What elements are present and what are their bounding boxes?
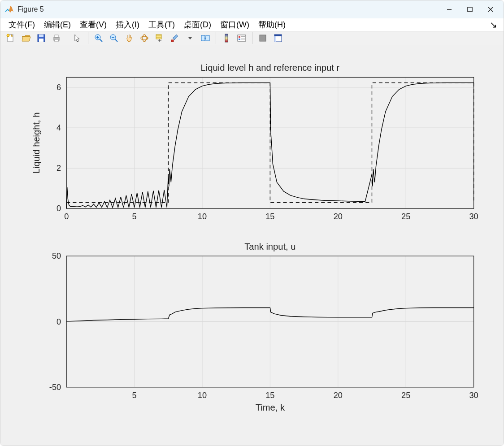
svg-text:5: 5 <box>132 212 137 221</box>
svg-text:50: 50 <box>52 251 61 260</box>
svg-rect-34 <box>239 36 240 38</box>
axes-container: 0510152025300246Liquid level h and refer… <box>8 52 496 442</box>
window-title: Figure 5 <box>17 5 44 13</box>
colorbar-button[interactable] <box>220 31 233 45</box>
maximize-button[interactable] <box>460 0 480 18</box>
svg-text:30: 30 <box>469 391 478 400</box>
svg-rect-35 <box>239 39 240 40</box>
menu-edit[interactable]: 编辑(E) <box>39 18 75 31</box>
svg-marker-29 <box>188 37 192 39</box>
svg-text:25: 25 <box>401 391 410 400</box>
svg-text:20: 20 <box>334 212 343 221</box>
figure-canvas[interactable]: 0510152025300246Liquid level h and refer… <box>0 45 504 446</box>
show-plot-tools-button[interactable] <box>271 31 285 45</box>
data-cursor-button[interactable] <box>153 31 166 45</box>
brush-button[interactable] <box>168 31 182 45</box>
hide-plot-tools-button[interactable] <box>256 31 269 45</box>
svg-text:20: 20 <box>334 391 343 400</box>
svg-rect-31 <box>206 35 209 41</box>
menu-view[interactable]: 查看(V) <box>75 18 111 31</box>
svg-rect-76 <box>66 256 474 387</box>
svg-rect-28 <box>171 40 174 42</box>
zoom-in-button[interactable] <box>92 31 105 45</box>
menu-desktop[interactable]: 桌面(D) <box>179 18 216 31</box>
svg-rect-38 <box>260 35 266 41</box>
svg-rect-30 <box>201 35 205 41</box>
svg-line-14 <box>100 39 102 42</box>
svg-text:5: 5 <box>132 391 137 400</box>
svg-line-18 <box>115 39 117 42</box>
svg-point-6 <box>7 34 9 37</box>
svg-text:Tank input, u: Tank input, u <box>244 242 295 251</box>
svg-rect-40 <box>274 35 282 36</box>
menu-file[interactable]: 文件(F) <box>4 18 39 31</box>
svg-text:4: 4 <box>56 123 61 132</box>
svg-rect-8 <box>39 35 43 37</box>
svg-rect-1 <box>468 7 472 12</box>
print-button[interactable] <box>50 31 63 45</box>
menu-tools[interactable]: 工具(T) <box>144 18 179 31</box>
svg-rect-11 <box>55 35 58 37</box>
figure-window: Figure 5 文件(F) 编辑(E) 查看(V) 插入(I) 工具(T) 桌… <box>0 0 504 446</box>
svg-text:0: 0 <box>64 212 69 221</box>
svg-rect-12 <box>55 39 58 42</box>
minimize-button[interactable] <box>439 0 460 18</box>
close-button[interactable] <box>480 0 501 18</box>
svg-text:Time, k: Time, k <box>256 403 285 412</box>
pointer-button[interactable] <box>71 31 84 45</box>
menubar: 文件(F) 编辑(E) 查看(V) 插入(I) 工具(T) 桌面(D) 窗口(W… <box>0 18 504 31</box>
svg-rect-33 <box>238 35 246 41</box>
link-plots-button[interactable] <box>199 31 212 45</box>
matlab-icon <box>5 5 14 14</box>
svg-text:10: 10 <box>198 212 207 221</box>
svg-text:Liquid height, h: Liquid height, h <box>31 112 41 173</box>
dock-arrow-icon[interactable]: ↘ <box>490 19 500 30</box>
svg-rect-9 <box>39 39 43 42</box>
svg-text:25: 25 <box>401 212 410 221</box>
menu-help[interactable]: 帮助(H) <box>254 18 290 31</box>
brush-dropdown[interactable] <box>183 31 197 45</box>
open-button[interactable] <box>19 31 33 45</box>
pan-button[interactable] <box>122 31 136 45</box>
svg-text:0: 0 <box>56 317 61 326</box>
menu-insert[interactable]: 插入(I) <box>111 18 144 31</box>
svg-text:10: 10 <box>198 391 207 400</box>
save-button[interactable] <box>35 31 48 45</box>
menu-window[interactable]: 窗口(W) <box>216 18 254 31</box>
svg-text:Liquid level h and reference i: Liquid level h and reference input r <box>201 63 340 73</box>
svg-text:30: 30 <box>469 212 478 221</box>
toolbar <box>0 31 504 45</box>
titlebar: Figure 5 <box>0 0 504 18</box>
zoom-out-button[interactable] <box>107 31 121 45</box>
svg-text:15: 15 <box>265 212 274 221</box>
new-figure-button[interactable] <box>4 31 17 45</box>
rotate-3d-button[interactable] <box>138 31 151 45</box>
svg-rect-32 <box>225 34 228 42</box>
svg-point-21 <box>143 35 146 42</box>
svg-text:2: 2 <box>56 164 61 173</box>
svg-text:15: 15 <box>265 391 274 400</box>
svg-rect-41 <box>274 36 276 42</box>
svg-rect-23 <box>156 35 161 39</box>
svg-text:-50: -50 <box>49 383 61 392</box>
svg-text:0: 0 <box>56 204 61 213</box>
svg-text:6: 6 <box>56 83 61 92</box>
legend-button[interactable] <box>235 31 248 45</box>
